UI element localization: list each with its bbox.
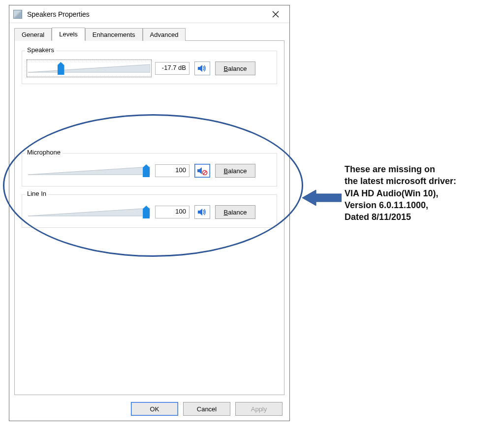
linein-value[interactable]: 100 [155,206,189,218]
annotation-arrow-icon [302,188,342,208]
group-legend: Microphone [25,149,63,156]
button-label: OK [150,405,159,413]
linein-volume-slider[interactable] [28,205,150,219]
button-label: Apply [251,405,267,413]
tab-body-levels: Speakers -17.7 dB Balan [14,41,284,395]
microphone-mute-button[interactable] [194,164,210,178]
microphone-balance-button[interactable]: Balance [215,164,255,178]
svg-marker-3 [197,167,202,174]
row-line-in: 100 Balance [28,205,271,219]
ok-button[interactable]: OK [131,402,178,416]
tab-label: Levels [59,31,78,38]
row-speakers: -17.7 dB Balance [28,61,271,76]
window-title: Speakers Properties [27,10,266,18]
slider-track-icon [28,166,150,175]
tab-general[interactable]: General [14,28,52,41]
tab-advanced[interactable]: Advanced [143,28,186,41]
annotation-line: Version 6.0.11.1000, [345,199,492,211]
group-legend: Line In [25,190,48,197]
annotation-line: VIA HD Audio(Win 10), [345,187,492,199]
button-label: Cancel [197,405,217,413]
cancel-button[interactable]: Cancel [183,402,230,416]
speakers-volume-slider[interactable] [28,61,150,76]
svg-marker-8 [302,190,342,206]
speaker-on-icon [197,208,207,216]
annotation-text: These are missing on the latest microsof… [345,163,492,223]
row-microphone: 100 Balance [28,163,271,178]
tabstrip: General Levels Enhancements Advanced [14,26,284,41]
microphone-volume-slider[interactable] [28,163,150,178]
speakers-mute-button[interactable] [194,62,210,75]
speaker-on-icon [197,64,207,73]
linein-mute-button[interactable] [194,205,210,219]
slider-track-icon [28,208,150,216]
annotation-line: Dated 8/11/2015 [345,211,492,223]
tab-enhancements[interactable]: Enhancements [85,28,143,41]
svg-marker-1 [198,65,202,72]
group-speakers: Speakers -17.7 dB Balan [22,51,277,84]
speakers-balance-button[interactable]: Balance [215,62,255,75]
linein-balance-button[interactable]: Balance [215,205,255,219]
annotation-line: These are missing on [345,163,492,175]
speakers-value[interactable]: -17.7 dB [155,62,189,75]
group-line-in: Line In 100 Balance [22,194,277,228]
svg-marker-6 [28,208,150,216]
slider-track-icon [28,64,150,73]
group-legend: Speakers [25,46,56,54]
svg-marker-2 [28,167,150,175]
dialog-buttons: OK Cancel Apply [131,402,283,416]
speaker-muted-icon [197,166,208,175]
apply-button[interactable]: Apply [235,402,283,416]
tab-label: Advanced [150,31,179,38]
group-microphone: Microphone 100 Balance [22,153,277,186]
svg-marker-7 [198,209,202,216]
titlebar: Speakers Properties [9,5,289,23]
tab-label: General [22,31,44,38]
system-icon [13,10,22,19]
close-button[interactable] [266,7,285,21]
svg-marker-0 [28,64,150,72]
tab-levels[interactable]: Levels [52,28,85,41]
balance-label-rest: alance [228,65,247,72]
microphone-value[interactable]: 100 [155,164,189,177]
svg-line-5 [203,171,206,174]
close-icon [272,11,279,18]
tab-label: Enhancements [93,31,135,38]
annotation-line: the latest microsoft driver: [345,175,492,187]
speakers-properties-dialog: Speakers Properties General Levels Enhan… [9,5,290,421]
